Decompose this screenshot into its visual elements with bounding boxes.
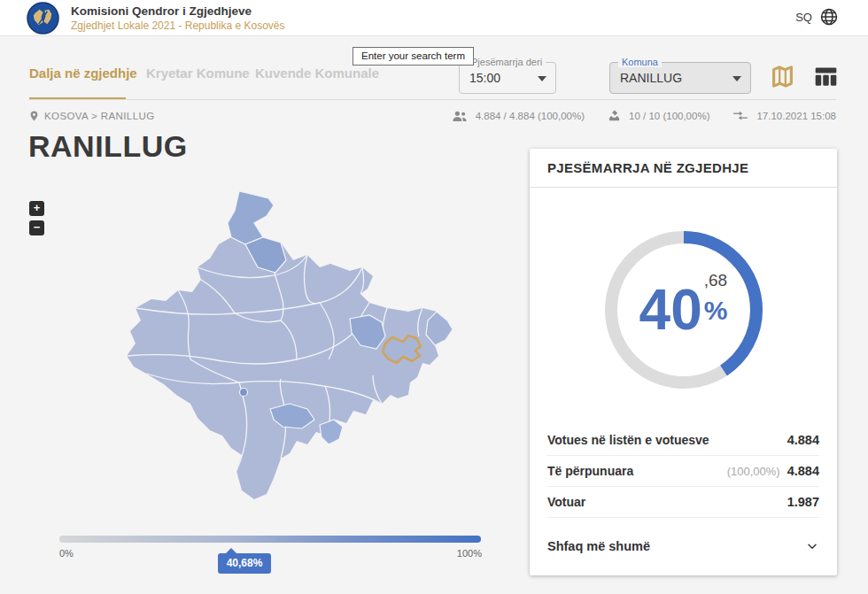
show-more-button[interactable]: Shfaq më shumë bbox=[547, 530, 819, 561]
tab-assembly[interactable]: Kuvende Komunale bbox=[255, 66, 379, 81]
app-subtitle: Zgjedhjet Lokale 2021 - Republika e Koso… bbox=[71, 19, 285, 32]
stations-stat: 10 / 10 (100,00%) bbox=[629, 111, 709, 121]
time-select[interactable]: Pjesëmarrja deri 15:00 bbox=[459, 62, 556, 94]
participation-card-title: PJESËMARRJA NË ZGJEDHJE bbox=[530, 149, 837, 188]
table-row: Votuar 1.987 bbox=[547, 487, 819, 518]
breadcrumb-text: KOSOVA > RANILLUG bbox=[44, 111, 155, 121]
table-row: Votues në listën e votuesve 4.884 bbox=[547, 425, 819, 456]
kqz-logo-icon bbox=[27, 2, 59, 35]
percent-sign: % bbox=[704, 296, 728, 326]
kosovo-map[interactable] bbox=[58, 186, 483, 505]
sync-arrows-icon bbox=[732, 110, 748, 121]
participation-table: Votues në listën e votuesve 4.884 Të për… bbox=[530, 425, 837, 561]
chevron-down-icon bbox=[538, 76, 546, 81]
municipality-select[interactable]: Komuna RANILLUG bbox=[609, 62, 751, 94]
voters-icon bbox=[452, 110, 468, 122]
map-zoom-out-button[interactable]: − bbox=[29, 220, 44, 235]
info-bar: KOSOVA > RANILLUG 4.884 / 4.884 (100,00%… bbox=[0, 106, 868, 127]
turnout-scale-bar bbox=[59, 536, 481, 543]
voters-stat: 4.884 / 4.884 (100,00%) bbox=[476, 111, 585, 121]
row-value: 4.884 bbox=[787, 464, 819, 478]
table-view-icon[interactable] bbox=[814, 66, 838, 88]
scale-marker-track: 40,68% bbox=[59, 547, 481, 579]
chevron-down-icon bbox=[805, 539, 819, 553]
percent-integer: 40 bbox=[639, 282, 702, 338]
location-pin-icon bbox=[28, 109, 40, 123]
time-select-label: Pjesëmarrja deri bbox=[468, 57, 546, 67]
ballot-box-icon bbox=[608, 109, 621, 122]
scale-marker: 40,68% bbox=[218, 553, 272, 574]
table-row: Të përpunuara (100,00%)4.884 bbox=[547, 456, 819, 487]
map-view-icon[interactable] bbox=[771, 66, 794, 88]
app-title: Komisioni Qendror i Zgjedhjeve bbox=[71, 4, 285, 18]
row-label: Të përpunuara bbox=[547, 464, 633, 478]
row-note: (100,00%) bbox=[727, 465, 780, 478]
row-label: Votues në listën e votuesve bbox=[547, 433, 709, 447]
chevron-down-icon bbox=[732, 76, 741, 81]
municipality-select-value: RANILLUG bbox=[620, 71, 682, 85]
tabs-divider bbox=[29, 99, 836, 100]
map-zoom-in-button[interactable]: + bbox=[29, 201, 44, 216]
app-header: Komisioni Qendror i Zgjedhjeve Zgjedhjet… bbox=[0, 0, 868, 36]
participation-donut: 40 ,68 % bbox=[600, 226, 768, 394]
row-value: 4.884 bbox=[787, 433, 819, 447]
tab-mayor[interactable]: Kryetar Komune bbox=[146, 66, 250, 81]
participation-card: PJESËMARRJA NË ZGJEDHJE 40 ,68 % Votues … bbox=[530, 149, 837, 575]
last-update-stat: 17.10.2021 15:08 bbox=[756, 111, 836, 121]
municipality-select-label: Komuna bbox=[618, 57, 662, 67]
row-value: 1.987 bbox=[787, 495, 819, 509]
globe-icon[interactable] bbox=[819, 7, 839, 27]
page-title: RANILLUG bbox=[28, 129, 188, 164]
search-tooltip: Enter your search term bbox=[353, 47, 474, 66]
row-label: Votuar bbox=[547, 495, 585, 509]
breadcrumb: KOSOVA > RANILLUG bbox=[28, 109, 155, 123]
language-selector[interactable]: SQ bbox=[795, 11, 812, 24]
time-select-value: 15:00 bbox=[469, 71, 500, 85]
show-more-label: Shfaq më shumë bbox=[547, 539, 650, 553]
percent-decimal: ,68 bbox=[704, 271, 727, 290]
tab-turnout[interactable]: Dalja në zgjedhje bbox=[29, 66, 137, 81]
